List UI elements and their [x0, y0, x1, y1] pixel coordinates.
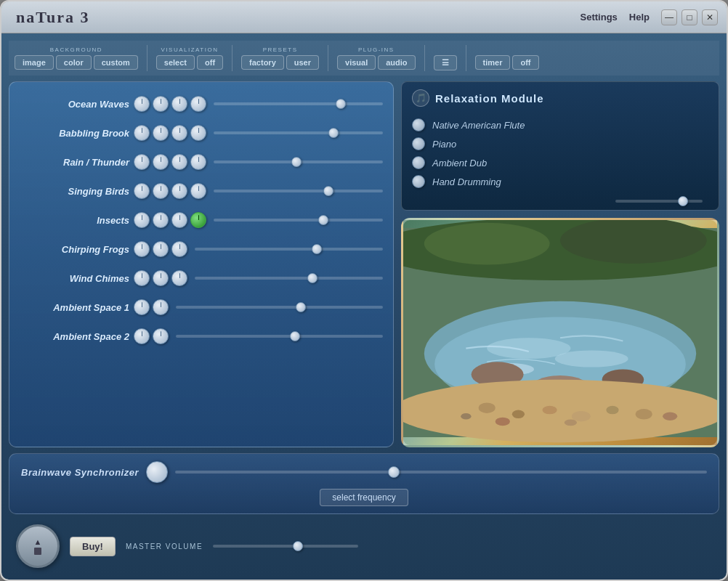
sound-row-singing-birds: Singing Birds	[17, 178, 386, 204]
main-content: BACKGROUND image color custom VISUALIZAT…	[1, 33, 727, 580]
knob-in-3[interactable]	[171, 212, 187, 228]
visualization-buttons: select off	[156, 55, 223, 70]
stream-visualization	[403, 220, 717, 445]
sound-knobs-singing-birds	[134, 183, 206, 199]
rm-slider-handle[interactable]	[678, 196, 688, 206]
slider-handle-babbling-brook[interactable]	[328, 128, 339, 138]
rm-knob-piano[interactable]	[412, 137, 425, 150]
sound-panel: Ocean Waves Babbling Brook	[9, 81, 394, 447]
knob-ow-3[interactable]	[171, 96, 187, 112]
body-area: Ocean Waves Babbling Brook	[9, 81, 719, 447]
knob-rt-1[interactable]	[134, 154, 150, 170]
slider-handle-chirping-frogs[interactable]	[312, 244, 322, 254]
maximize-button[interactable]: □	[682, 9, 697, 25]
buy-button[interactable]: Buy!	[70, 537, 116, 556]
viz-select-button[interactable]: select	[156, 55, 195, 70]
slider-handle-ambient-space-2[interactable]	[290, 331, 300, 341]
knob-as1-1[interactable]	[134, 299, 150, 315]
sound-name-wind-chimes: Wind Chimes	[17, 273, 129, 284]
slider-handle-wind-chimes[interactable]	[307, 273, 318, 283]
knob-as2-2[interactable]	[153, 328, 169, 344]
nav-stop[interactable]	[34, 548, 41, 555]
knob-bb-4[interactable]	[190, 125, 206, 141]
slider-ocean-waves	[214, 102, 383, 105]
knob-ow-1[interactable]	[134, 96, 150, 112]
rm-knob-native-flute[interactable]	[412, 118, 425, 131]
knob-bb-1[interactable]	[134, 125, 150, 141]
help-link[interactable]: Help	[629, 12, 650, 23]
knob-cf-1[interactable]	[134, 241, 150, 257]
knob-ow-2[interactable]	[153, 96, 169, 112]
rm-label-ambient-dub: Ambient Dub	[432, 158, 487, 168]
knob-sb-3[interactable]	[171, 183, 187, 199]
knob-in-2[interactable]	[153, 212, 169, 228]
rm-icon: 🎵	[412, 89, 429, 107]
close-button[interactable]: ✕	[702, 9, 718, 25]
nav-up-arrow[interactable]: ▲	[34, 537, 42, 546]
knob-ow-4[interactable]	[190, 96, 206, 112]
knob-cf-3[interactable]	[171, 241, 187, 257]
settings-link[interactable]: Settings	[581, 12, 618, 23]
slider-ambient-space-2	[176, 335, 383, 338]
background-label: BACKGROUND	[50, 46, 102, 53]
bg-custom-button[interactable]: custom	[94, 55, 138, 70]
sound-row-babbling-brook: Babbling Brook	[17, 120, 386, 146]
bg-color-button[interactable]: color	[56, 55, 92, 70]
minimize-button[interactable]: —	[661, 9, 677, 25]
knob-rt-2[interactable]	[153, 154, 169, 170]
knob-rt-3[interactable]	[171, 154, 187, 170]
knob-bb-2[interactable]	[153, 125, 169, 141]
knob-as1-2[interactable]	[153, 299, 169, 315]
slider-handle-ocean-waves[interactable]	[336, 99, 346, 109]
brainwave-slider-track	[175, 471, 707, 474]
knob-bb-3[interactable]	[171, 125, 187, 141]
rm-knob-hand-drumming[interactable]	[412, 175, 425, 188]
knob-in-1[interactable]	[134, 212, 150, 228]
knob-in-4[interactable]	[190, 212, 206, 228]
presets-user-button[interactable]: user	[286, 55, 319, 70]
slider-handle-insects[interactable]	[318, 215, 328, 225]
right-panel: 🎵 Relaxation Module Native American Flut…	[401, 81, 719, 447]
rm-item-hand-drumming: Hand Drumming	[412, 172, 708, 191]
sound-name-ambient-space-1: Ambient Space 1	[17, 302, 129, 313]
slider-handle-rain-thunder[interactable]	[291, 157, 302, 167]
presets-factory-button[interactable]: factory	[241, 55, 284, 70]
knob-cf-2[interactable]	[153, 241, 169, 257]
timer-buttons: timer off	[475, 55, 539, 70]
select-frequency-button[interactable]: select frequency	[320, 489, 408, 506]
plugins-audio-button[interactable]: audio	[378, 55, 415, 70]
rm-title: Relaxation Module	[435, 92, 544, 105]
rm-item-piano: Piano	[412, 134, 708, 153]
plugins-buttons: visual audio	[337, 55, 416, 70]
knob-as2-1[interactable]	[134, 328, 150, 344]
plugins-visual-button[interactable]: visual	[337, 55, 376, 70]
slider-handle-ambient-space-1[interactable]	[296, 302, 306, 312]
knob-sb-4[interactable]	[190, 183, 206, 199]
rm-knob-ambient-dub[interactable]	[412, 156, 425, 169]
rm-item-ambient-dub: Ambient Dub	[412, 153, 708, 172]
master-volume-track	[213, 545, 358, 548]
timer-button[interactable]: timer	[475, 55, 511, 70]
sound-knobs-ambient-space-1	[134, 299, 169, 315]
viz-off-button[interactable]: off	[197, 55, 223, 70]
knob-wc-3[interactable]	[171, 270, 187, 286]
timer-off-button[interactable]: off	[512, 55, 538, 70]
brainwave-knob[interactable]	[146, 461, 168, 483]
svg-point-12	[403, 380, 717, 442]
knob-sb-2[interactable]	[153, 183, 169, 199]
knob-wc-2[interactable]	[153, 270, 169, 286]
list-button[interactable]: ☰	[434, 55, 457, 70]
brainwave-slider-handle[interactable]	[388, 466, 400, 478]
nav-circle[interactable]: ▲	[16, 524, 60, 568]
svg-point-19	[461, 413, 471, 420]
toolbar-sep-2	[232, 45, 232, 71]
plugins-label: PLUG-INS	[358, 46, 395, 53]
knob-sb-1[interactable]	[134, 183, 150, 199]
knob-wc-1[interactable]	[134, 270, 150, 286]
stream-image	[401, 218, 719, 447]
sound-knobs-babbling-brook	[134, 125, 206, 141]
master-volume-handle[interactable]	[293, 541, 303, 551]
knob-rt-4[interactable]	[190, 154, 206, 170]
slider-handle-singing-birds[interactable]	[323, 186, 333, 196]
bg-image-button[interactable]: image	[15, 55, 54, 70]
